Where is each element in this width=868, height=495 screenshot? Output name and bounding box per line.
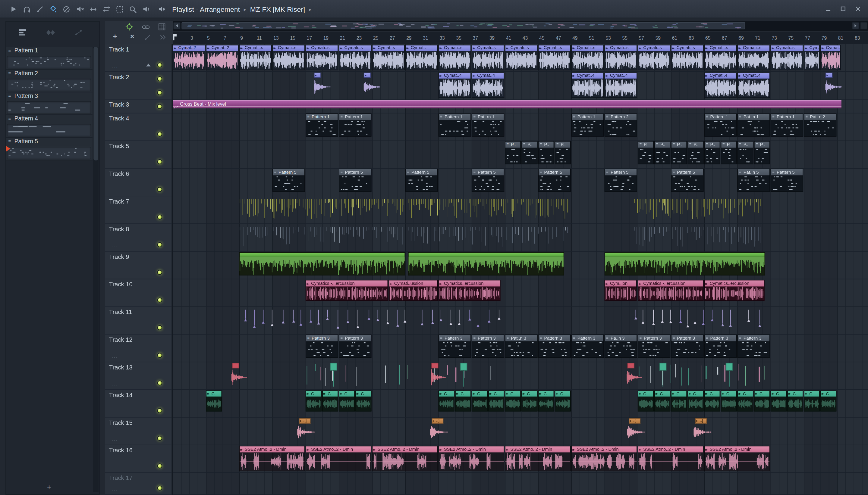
track-mute-led[interactable]: [157, 408, 162, 413]
audio-clip-percussion[interactable]: ▸▸Cymati..ussion: [389, 280, 438, 301]
audio-clip[interactable]: ▸▸Cymat..4: [737, 72, 770, 98]
audio-clip-teal[interactable]: ▸▸C..: [339, 391, 355, 412]
audio-clip-teal[interactable]: ▸▸C..: [355, 391, 371, 412]
pattern-clip[interactable]: ≡Pattern 1: [439, 114, 471, 137]
track-header[interactable]: Track 10: [105, 279, 173, 307]
audio-clip-mini[interactable]: ▸: [364, 72, 371, 78]
track-mute-led[interactable]: [157, 380, 162, 386]
audio-clip-teal[interactable]: ▸▸C..: [472, 391, 488, 412]
mute-speaker-icon[interactable]: [73, 3, 86, 15]
track-mute-led[interactable]: [157, 187, 162, 192]
audio-clip[interactable]: ▸▸Cymati..s: [339, 45, 371, 70]
mini-clip[interactable]: [232, 363, 239, 368]
track-header[interactable]: Track 15. . .: [105, 417, 173, 445]
audio-clip-pink[interactable]: ▸▸SSE2 Atmo..2 - Dmin: [439, 446, 505, 471]
link-icon[interactable]: [142, 24, 150, 30]
audio-clip-teal[interactable]: ▸▸C..: [306, 391, 322, 412]
audio-clip[interactable]: ▸▸Cymati..s: [439, 45, 471, 70]
track-header[interactable]: Track 13. . .: [105, 362, 173, 390]
track-mute-led[interactable]: [157, 486, 162, 491]
pattern-clip[interactable]: ≡Pattern 3: [472, 335, 504, 358]
track-header[interactable]: Track 16: [105, 445, 173, 473]
track-resize-grip[interactable]: . . .: [112, 382, 117, 386]
pattern-clip[interactable]: ≡P..: [687, 141, 703, 164]
audio-clip[interactable]: ▸▸Cymati..s: [771, 45, 803, 70]
audio-clip[interactable]: ▸▸Cymat..4: [571, 72, 604, 98]
zoom-icon[interactable]: [126, 3, 140, 15]
audio-clip[interactable]: ▸▸Cymat..4: [472, 72, 504, 98]
stems-region[interactable]: [634, 199, 763, 220]
audio-clip-teal[interactable]: ▸▸C..: [654, 391, 670, 412]
pattern-clip[interactable]: ≡Pattern 5: [339, 169, 371, 192]
audio-clip[interactable]: ▸▸Cymati..s: [605, 45, 637, 70]
audio-clip[interactable]: ▸▸Cymat..4: [439, 72, 471, 98]
track-header[interactable]: Track 4: [105, 114, 173, 141]
audio-clip-green[interactable]: [239, 252, 405, 275]
pattern-clip[interactable]: ≡Pattern 1: [571, 114, 604, 137]
audio-clip[interactable]: ▸▸Cymati..s: [737, 45, 770, 70]
pattern-item[interactable]: ≡Pattern 3: [6, 92, 93, 115]
paint-icon[interactable]: [46, 3, 60, 15]
track-header[interactable]: Track 2: [105, 72, 173, 100]
audio-clip-pink[interactable]: ▸▸SSE2 Atmo..2 - Dmin: [505, 446, 571, 471]
audio-clip-percussion[interactable]: ▸▸Cymatics..ercussion: [439, 280, 501, 301]
pattern-clip[interactable]: ≡Pattern 2: [605, 114, 637, 137]
audio-clip-percussion[interactable]: ▸▸Cymatics -...ercussion: [306, 280, 388, 301]
audio-clip-pink[interactable]: ▸▸SSE2 Atmo..2 - Dmin: [571, 446, 637, 471]
audio-clip-mini[interactable]: ▸: [314, 72, 321, 78]
stabs-region[interactable]: [634, 309, 763, 330]
pattern-clip[interactable]: ≡Pattern 5: [472, 169, 504, 192]
track-mute-led[interactable]: [157, 159, 162, 165]
close-button[interactable]: [855, 4, 862, 14]
track-mute-led[interactable]: [157, 297, 162, 303]
performance-region[interactable]: [638, 364, 767, 386]
audio-clip[interactable]: ▸▸Cymati..s: [638, 45, 670, 70]
audio-clip-teal[interactable]: ▸▸C..: [804, 391, 820, 412]
chevrons-icon[interactable]: [160, 34, 167, 40]
mini-clip[interactable]: [627, 363, 635, 368]
scroll-right-button[interactable]: [852, 22, 859, 29]
audio-clip-teal[interactable]: ▸▸C..: [555, 391, 571, 412]
stems-region[interactable]: [239, 199, 405, 220]
audio-clip-teal[interactable]: ▸▸C..: [754, 391, 770, 412]
mini-clip[interactable]: [460, 363, 467, 371]
pattern-clip[interactable]: ≡Pattern 1: [306, 114, 338, 137]
automation-clip[interactable]: Gross Beat - Mix level: [173, 100, 841, 108]
audio-clip-teal[interactable]: ▸▸C..: [704, 391, 720, 412]
playlist-grid[interactable]: ▸▸Cymat..2▸▸Cymat..2▸▸Cymati..s▸▸Cymati.…: [173, 44, 868, 495]
audio-clip-pink[interactable]: ▸▸SSE2 Atmo..2 - Dmin: [372, 446, 438, 471]
audio-clip[interactable]: ▸▸Cymati..s: [804, 45, 820, 70]
pattern-clip[interactable]: ≡Pattern 5: [671, 169, 703, 192]
pattern-clip[interactable]: ≡P..: [521, 141, 537, 164]
marquee-select-icon[interactable]: [113, 3, 126, 15]
pattern-clip[interactable]: ≡Pat..n 5: [737, 169, 770, 192]
track-mute-led[interactable]: [157, 132, 162, 137]
audio-clip[interactable]: ▸▸Cymat..2: [206, 45, 239, 70]
audio-clip-teal[interactable]: ▸▸C..: [322, 391, 338, 412]
track-resize-grip[interactable]: . . .: [112, 354, 117, 358]
track-header[interactable]: Track 8. . .: [105, 224, 173, 252]
mini-clip[interactable]: [330, 363, 337, 371]
track-header[interactable]: Track 14: [105, 390, 173, 417]
audio-clip-percussion[interactable]: ▸▸Cymatics..ercussion: [704, 280, 764, 301]
breadcrumb-selection[interactable]: MZ FX [MK Riser]: [250, 5, 305, 13]
pattern-clip[interactable]: ≡P..: [555, 141, 571, 164]
minimize-button[interactable]: [825, 4, 832, 14]
pattern-clip[interactable]: ≡Pattern 3: [306, 335, 338, 358]
audio-clip[interactable]: ▸▸Cymati..s: [571, 45, 604, 70]
track-mute-led[interactable]: [157, 104, 162, 109]
audio-clip-mini[interactable]: ▸: [825, 72, 833, 78]
audio-clip-teal[interactable]: ▸▸C..: [538, 391, 554, 412]
stretch-arrows-icon[interactable]: [86, 3, 100, 15]
mini-clip[interactable]: [431, 363, 439, 368]
pattern-clip[interactable]: ≡P..: [671, 141, 687, 164]
pattern-clip[interactable]: ≡Pattern 3: [638, 335, 670, 358]
audio-clip-teal[interactable]: ▸▸C..: [488, 391, 504, 412]
pattern-item[interactable]: ≡Pattern 4: [6, 115, 93, 138]
pattern-clip[interactable]: ≡Pat..n 3: [505, 335, 537, 358]
audio-clip-green[interactable]: [605, 252, 765, 275]
track-resize-grip[interactable]: . . .: [112, 487, 117, 491]
audio-clip-percussion[interactable]: ▸▸Cym..ion: [605, 280, 637, 301]
pattern-clip[interactable]: ≡P..: [704, 141, 720, 164]
breadcrumb-view[interactable]: Playlist - Arrangement: [172, 5, 240, 13]
